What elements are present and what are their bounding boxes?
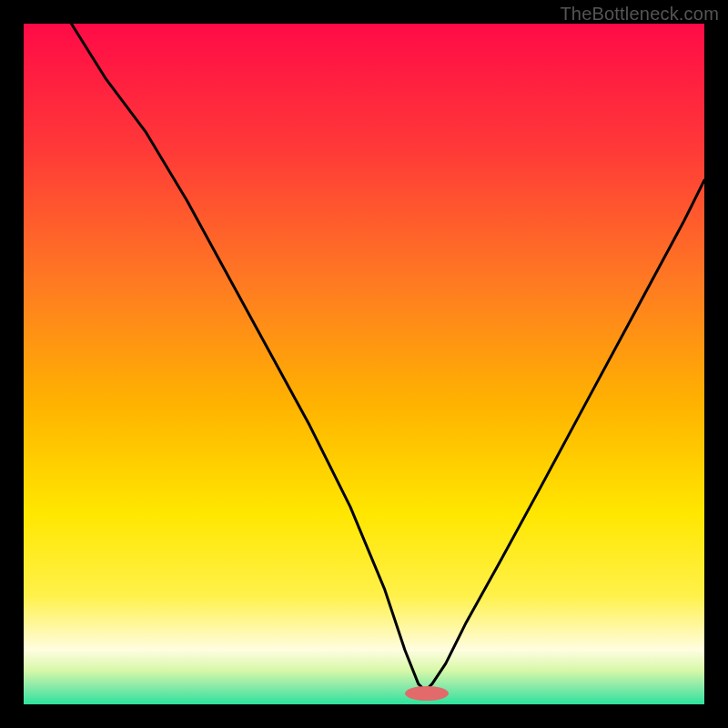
minimum-marker bbox=[405, 686, 449, 701]
chart-frame: TheBottleneck.com bbox=[0, 0, 728, 728]
gradient-bg bbox=[24, 24, 704, 704]
plot-svg bbox=[24, 24, 704, 704]
watermark-text: TheBottleneck.com bbox=[560, 4, 719, 25]
plot-area bbox=[24, 24, 704, 704]
